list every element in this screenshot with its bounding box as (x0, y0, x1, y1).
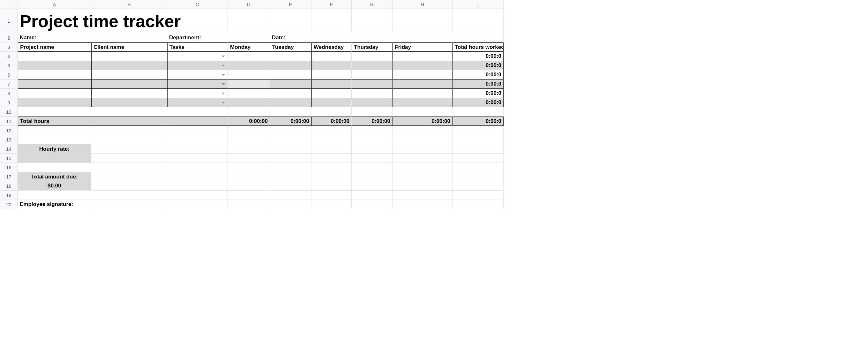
cell-C9[interactable] (167, 98, 228, 107)
cell-C19[interactable] (167, 191, 228, 200)
row-header-12[interactable]: 12 (0, 126, 18, 135)
cell-G6[interactable] (352, 70, 393, 80)
cell-F4[interactable] (311, 52, 352, 61)
cell-C4[interactable] (167, 52, 228, 61)
cell-E7[interactable] (270, 80, 311, 89)
cell-E9[interactable] (270, 98, 311, 107)
cell-H10[interactable] (393, 107, 453, 117)
row-header-2[interactable]: 2 (0, 33, 18, 42)
cell-I17[interactable] (453, 172, 503, 181)
cell-G10[interactable] (352, 107, 393, 117)
cell-D5[interactable] (228, 61, 270, 70)
cell-D6[interactable] (228, 70, 270, 80)
cell-H16[interactable] (393, 163, 453, 172)
cell-D17[interactable] (228, 172, 270, 181)
cell-F3[interactable]: Wednesday (311, 42, 352, 52)
col-header-A[interactable]: A (18, 0, 91, 9)
cell-H19[interactable] (393, 191, 453, 200)
cell-B5[interactable] (91, 61, 167, 70)
cell-B20[interactable] (91, 200, 167, 209)
cell-D8[interactable] (228, 89, 270, 98)
cell-D20[interactable] (228, 200, 270, 209)
col-header-H[interactable]: H (393, 0, 453, 9)
row-header-8[interactable]: 8 (0, 89, 18, 98)
cell-H1[interactable] (393, 9, 453, 33)
cell-F12[interactable] (311, 126, 352, 135)
row-header-10[interactable]: 10 (0, 107, 18, 117)
cell-G18[interactable] (352, 181, 393, 191)
cell-I19[interactable] (453, 191, 503, 200)
cell-H9[interactable] (393, 98, 453, 107)
row-header-18[interactable]: 18 (0, 181, 18, 191)
cell-E5[interactable] (270, 61, 311, 70)
cell-C7[interactable] (167, 80, 228, 89)
cell-I20[interactable] (453, 200, 503, 209)
cell-D9[interactable] (228, 98, 270, 107)
cell-B11[interactable] (91, 117, 167, 126)
cell-H15[interactable] (393, 153, 453, 163)
cell-F11[interactable]: 0:00:00 (311, 117, 352, 126)
cell-C13[interactable] (167, 135, 228, 144)
cell-H7[interactable] (393, 80, 453, 89)
cell-F5[interactable] (311, 61, 352, 70)
cell-E15[interactable] (270, 153, 311, 163)
cell-A17[interactable]: Total amount due: (18, 172, 91, 181)
cell-H14[interactable] (393, 144, 453, 153)
cell-B7[interactable] (91, 80, 167, 89)
cell-H17[interactable] (393, 172, 453, 181)
row-header-14[interactable]: 14 (0, 144, 18, 153)
cell-F2[interactable] (311, 33, 352, 42)
cell-C20[interactable] (167, 200, 228, 209)
cell-G5[interactable] (352, 61, 393, 70)
cell-E4[interactable] (270, 52, 311, 61)
cell-C6[interactable] (167, 70, 228, 80)
select-all-corner[interactable] (0, 0, 18, 9)
cell-D1[interactable] (228, 9, 270, 33)
cell-I3[interactable]: Total hours worked (453, 42, 503, 52)
cell-C17[interactable] (167, 172, 228, 181)
cell-I8[interactable]: 0:00:0 (453, 89, 503, 98)
cell-H11[interactable]: 0:00:00 (393, 117, 453, 126)
cell-A12[interactable] (18, 126, 91, 135)
cell-D16[interactable] (228, 163, 270, 172)
cell-B13[interactable] (91, 135, 167, 144)
cell-B8[interactable] (91, 89, 167, 98)
cell-G9[interactable] (352, 98, 393, 107)
cell-E20[interactable] (270, 200, 311, 209)
cell-A6[interactable] (18, 70, 91, 80)
row-header-11[interactable]: 11 (0, 117, 18, 126)
cell-H8[interactable] (393, 89, 453, 98)
cell-G11[interactable]: 0:00:00 (352, 117, 393, 126)
row-header-5[interactable]: 5 (0, 61, 18, 70)
cell-A13[interactable] (18, 135, 91, 144)
cell-B3[interactable]: Client name (91, 42, 167, 52)
cell-D14[interactable] (228, 144, 270, 153)
cell-E10[interactable] (270, 107, 311, 117)
cell-G12[interactable] (352, 126, 393, 135)
cell-I13[interactable] (453, 135, 503, 144)
cell-I9[interactable]: 0:00:0 (453, 98, 503, 107)
cell-F18[interactable] (311, 181, 352, 191)
cell-B14[interactable] (91, 144, 167, 153)
cell-B6[interactable] (91, 70, 167, 80)
cell-E17[interactable] (270, 172, 311, 181)
cell-H6[interactable] (393, 70, 453, 80)
row-header-6[interactable]: 6 (0, 70, 18, 80)
dropdown-icon[interactable] (222, 65, 225, 66)
cell-F19[interactable] (311, 191, 352, 200)
cell-C15[interactable] (167, 153, 228, 163)
cell-I18[interactable] (453, 181, 503, 191)
cell-F9[interactable] (311, 98, 352, 107)
col-header-E[interactable]: E (270, 0, 311, 9)
cell-I12[interactable] (453, 126, 503, 135)
row-header-1[interactable]: 1 (0, 9, 18, 33)
cell-F15[interactable] (311, 153, 352, 163)
cell-E13[interactable] (270, 135, 311, 144)
cell-H4[interactable] (393, 52, 453, 61)
cell-B16[interactable] (91, 163, 167, 172)
cell-A19[interactable] (18, 191, 91, 200)
cell-A11[interactable]: Total hours (18, 117, 91, 126)
cell-F7[interactable] (311, 80, 352, 89)
col-header-G[interactable]: G (352, 0, 393, 9)
cell-F17[interactable] (311, 172, 352, 181)
